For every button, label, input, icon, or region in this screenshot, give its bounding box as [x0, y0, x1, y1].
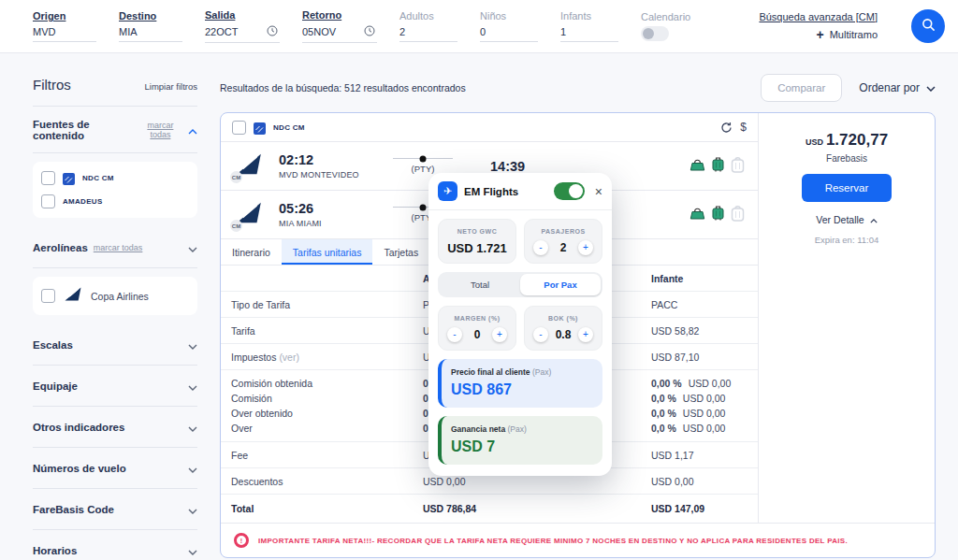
adults-input[interactable]: 2: [399, 25, 457, 42]
destination-label[interactable]: Destino: [119, 10, 182, 22]
baggage-icons: [689, 205, 745, 225]
mark-all-sources-link[interactable]: marcar todas: [138, 121, 182, 139]
source-label: NDC CM: [273, 123, 305, 132]
result-checkbox[interactable]: [232, 121, 246, 135]
chevron-down-icon: [926, 81, 936, 94]
origin-input[interactable]: MVD: [33, 25, 96, 42]
segment-total[interactable]: Total: [440, 274, 520, 295]
ndc-logo-icon: [254, 122, 266, 134]
plus-button[interactable]: +: [578, 327, 593, 342]
sidebar-section-fuentes[interactable]: Fuentes de contenido marcar todas: [33, 107, 197, 153]
bok-stepper: - 0.8 +: [529, 327, 598, 342]
total-price: USD1.720,77: [759, 131, 935, 150]
amadeus-logo: AMADEUS: [63, 197, 103, 206]
tab-itinerario[interactable]: Itinerario: [221, 239, 282, 265]
plus-button[interactable]: +: [492, 327, 507, 342]
luggage-disabled-icon: [731, 156, 745, 177]
tab-tarjetas[interactable]: Tarjetas: [372, 239, 429, 265]
handbag-icon: [689, 157, 705, 176]
final-price-label: Precio final al cliente: [451, 367, 530, 377]
pasajeros-stepper: - 2 +: [529, 240, 598, 255]
origin-label[interactable]: Origen: [33, 10, 96, 22]
sidebar-section-equipaje[interactable]: Equipaje: [33, 366, 197, 407]
em-flights-popup: ✈ EM Flights × NETO GWC USD 1.721 PASAJE…: [428, 173, 612, 476]
luggage-disabled-icon: [731, 205, 745, 225]
search-button[interactable]: [911, 9, 945, 43]
pax-suffix: (Pax): [532, 367, 551, 377]
departure-label[interactable]: Salida: [205, 9, 280, 21]
tab-tarifas-unitarias[interactable]: Tarifas unitarias: [282, 239, 373, 265]
source-option-amadeus[interactable]: AMADEUS: [41, 194, 189, 208]
ndc-checkbox[interactable]: [41, 171, 55, 185]
mark-all-airlines-link[interactable]: marcar todas: [94, 243, 143, 252]
plus-button[interactable]: +: [578, 240, 593, 255]
refresh-icon[interactable]: [720, 122, 733, 134]
popup-body: NETO GWC USD 1.721 PASAJEROS - 2 + Total…: [428, 210, 612, 476]
advanced-search-link[interactable]: Búsqueda avanzada [CM]: [759, 11, 878, 22]
clock-icon: [364, 25, 375, 38]
calendar-field: Calendario: [641, 11, 690, 41]
return-label[interactable]: Retorno: [302, 9, 377, 21]
reserve-button[interactable]: Reservar: [802, 174, 893, 202]
ver-link[interactable]: (ver): [279, 352, 299, 363]
final-price-value: USD 867: [451, 381, 593, 398]
sidebar-section-horarios[interactable]: Horarios: [33, 530, 197, 560]
destination-field: Destino MIA: [119, 10, 182, 42]
copa-checkbox[interactable]: [41, 289, 55, 303]
advanced-search-block: Búsqueda avanzada [CM] + Multitramo: [759, 11, 878, 42]
origin-field: Origen MVD: [33, 10, 96, 42]
departure-time: 05:26: [279, 201, 378, 216]
pasajeros-card: PASAJEROS - 2 +: [524, 219, 602, 264]
results-summary: Resultados de la búsqueda: 512 resultado…: [220, 82, 466, 93]
clock-icon: [267, 25, 278, 38]
airline-option-copa[interactable]: Copa Airlines: [41, 286, 189, 306]
destination-input[interactable]: MIA: [119, 25, 182, 42]
results-toolbar: Resultados de la búsqueda: 512 resultado…: [220, 70, 936, 106]
currency: USD: [806, 137, 823, 147]
sidebar-section-aerolineas[interactable]: Aerolíneas marcar todas: [33, 227, 197, 268]
suitcase-icon: [712, 205, 724, 224]
stop-dot-icon: [420, 155, 427, 162]
plane-icon: ✈: [438, 181, 457, 201]
minus-button[interactable]: -: [533, 327, 548, 342]
warning-text: IMPORTANTE TARIFA NETA!!!- RECORDAR QUE …: [258, 537, 848, 545]
final-price-card: Precio final al cliente (Pax) USD 867: [438, 359, 602, 408]
view-detail-button[interactable]: Ver Detalle: [759, 214, 935, 225]
sidebar-section-escalas[interactable]: Escalas: [33, 324, 197, 366]
compare-button[interactable]: Comparar: [761, 74, 842, 102]
stop-dot-icon: [420, 204, 427, 210]
sort-button[interactable]: Ordenar por: [859, 81, 936, 94]
chevron-up-icon: [188, 122, 197, 138]
children-input[interactable]: 0: [480, 25, 538, 42]
return-input[interactable]: 05NOV: [302, 24, 377, 43]
source-option-ndc[interactable]: NDC CM: [41, 171, 189, 185]
neto-label: NETO GWC: [443, 228, 512, 235]
calendar-toggle[interactable]: [641, 26, 669, 41]
dollar-icon[interactable]: $: [740, 121, 747, 134]
close-icon[interactable]: ×: [595, 184, 602, 199]
ndc-logo-icon: [63, 172, 75, 184]
margen-stepper: - 0 +: [443, 327, 512, 342]
route-line: [393, 158, 453, 159]
clear-filters-button[interactable]: Limpiar filtros: [145, 81, 198, 92]
col-infante: Infante: [651, 273, 758, 284]
departure-block: 05:26 MIA MIAMI: [279, 201, 378, 228]
airline-code-badge: CM: [230, 220, 242, 232]
sidebar-section-numeros-de-vuelo[interactable]: Números de vuelo: [33, 448, 197, 489]
multitramo-button[interactable]: + Multitramo: [816, 27, 878, 42]
segment-por-pax[interactable]: Por Pax: [520, 274, 601, 295]
chevron-down-icon: [188, 419, 197, 436]
bok-value: 0.8: [556, 328, 572, 341]
sidebar-section-farebasis-code[interactable]: FareBasis Code: [33, 489, 197, 530]
farebasis-label: Farebasis: [759, 153, 935, 164]
minus-button[interactable]: -: [533, 240, 548, 255]
departure-input[interactable]: 22OCT: [205, 24, 280, 43]
amadeus-checkbox[interactable]: [41, 194, 55, 208]
sidebar-section-otros-indicadores[interactable]: Otros indicadores: [33, 407, 197, 448]
return-field: Retorno 05NOV: [302, 9, 377, 43]
popup-toggle[interactable]: [554, 182, 585, 200]
fare-warning: ! IMPORTANTE TARIFA NETA!!!- RECORDAR QU…: [221, 523, 935, 557]
minus-button[interactable]: -: [447, 327, 462, 342]
infants-input[interactable]: 1: [560, 25, 618, 42]
pasajeros-value: 2: [560, 241, 567, 254]
